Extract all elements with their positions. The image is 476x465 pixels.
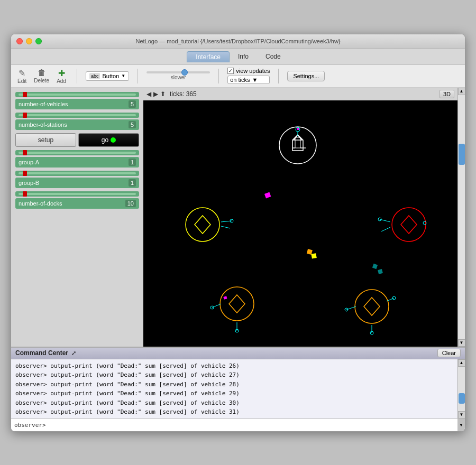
vehicles-slider[interactable] bbox=[15, 92, 139, 97]
add-icon: ✚ bbox=[58, 68, 65, 78]
maximize-button[interactable] bbox=[35, 38, 42, 44]
cc-scroll-thumb[interactable] bbox=[459, 393, 465, 404]
svg-marker-8 bbox=[195, 216, 210, 234]
stations-value: 5 bbox=[129, 121, 136, 128]
svg-point-7 bbox=[186, 208, 219, 241]
settings-button[interactable]: Settings... bbox=[287, 71, 325, 81]
groupB-label-bar: group-B 1 bbox=[15, 178, 139, 188]
cc-clear-button[interactable]: Clear bbox=[437, 349, 461, 357]
zoom-out-icon[interactable]: ▶ bbox=[153, 90, 158, 98]
scroll-up-button[interactable]: ▲ bbox=[458, 88, 465, 95]
speed-slider-track[interactable] bbox=[147, 71, 210, 73]
groupA-track[interactable] bbox=[19, 152, 136, 154]
groupB-slider[interactable] bbox=[15, 171, 139, 176]
simulation-svg bbox=[143, 100, 457, 347]
view-updates-label: view updates bbox=[236, 68, 270, 74]
cc-popout-icon[interactable]: ⤢ bbox=[71, 350, 76, 357]
docks-slider[interactable] bbox=[15, 191, 139, 197]
tab-interface[interactable]: Interface bbox=[187, 51, 230, 62]
stations-track[interactable] bbox=[19, 114, 136, 116]
cc-output: observer> output-print (word "Dead:" sum… bbox=[11, 359, 457, 418]
command-center: Command Center ⤢ Clear observer> output-… bbox=[11, 347, 465, 431]
close-button[interactable] bbox=[16, 38, 23, 44]
docks-label: number-of-docks bbox=[19, 200, 123, 207]
go-button[interactable]: go bbox=[78, 133, 139, 147]
docks-thumb[interactable] bbox=[23, 191, 27, 197]
on-ticks-arrow: ▼ bbox=[252, 77, 258, 83]
svg-line-10 bbox=[221, 226, 230, 228]
cc-input-scrollbar: ▼ bbox=[457, 418, 465, 431]
svg-marker-13 bbox=[401, 216, 417, 234]
3d-button[interactable]: 3D bbox=[440, 90, 454, 98]
left-panel: number-of-vehicles 5 number-of-stations … bbox=[11, 88, 143, 347]
scroll-track[interactable] bbox=[458, 95, 465, 339]
output-line-1: observer> output-print (word "Dead:" sum… bbox=[15, 370, 453, 380]
cc-input-row: observer> ▼ bbox=[11, 418, 465, 431]
minimize-button[interactable] bbox=[26, 38, 32, 44]
vehicles-slider-widget: number-of-vehicles 5 bbox=[15, 92, 139, 109]
cc-input-arrow: ▼ bbox=[459, 423, 463, 427]
add-button[interactable]: ✚ Add bbox=[54, 67, 68, 85]
svg-rect-24 bbox=[223, 296, 227, 299]
go-label: go bbox=[102, 136, 108, 144]
vehicles-label: number-of-vehicles bbox=[19, 101, 126, 107]
view-updates-checkbox[interactable]: ✓ bbox=[227, 68, 234, 74]
cc-scrollbar: ▲ ▼ bbox=[457, 359, 465, 418]
groupB-thumb[interactable] bbox=[23, 171, 27, 176]
svg-line-31 bbox=[387, 298, 394, 301]
scroll-thumb[interactable] bbox=[459, 144, 465, 165]
stations-label: number-of-stations bbox=[19, 122, 126, 128]
button-icon: abc bbox=[89, 73, 100, 79]
svg-rect-33 bbox=[264, 192, 271, 198]
groupB-track[interactable] bbox=[19, 172, 136, 174]
vehicles-track[interactable] bbox=[19, 94, 136, 96]
svg-rect-37 bbox=[378, 269, 383, 274]
element-type-dropdown[interactable]: abc Button ▼ bbox=[86, 71, 129, 81]
svg-point-12 bbox=[392, 208, 426, 241]
output-line-0: observer> output-print (word "Dead:" sum… bbox=[15, 361, 453, 371]
cc-title: Command Center bbox=[15, 349, 68, 357]
zoom-in-icon[interactable]: ◀ bbox=[147, 90, 151, 98]
window-title: NetLogo — mod_tutorial {/Users/test/Drop… bbox=[135, 38, 340, 44]
control-buttons: setup go bbox=[15, 133, 139, 147]
svg-rect-6 bbox=[297, 128, 299, 130]
speed-slider-thumb[interactable] bbox=[181, 69, 188, 76]
docks-value: 10 bbox=[125, 200, 136, 207]
on-ticks-select[interactable]: on ticks ▼ bbox=[227, 76, 270, 84]
stations-slider[interactable] bbox=[15, 113, 139, 118]
cc-input-prompt: observer> bbox=[11, 422, 49, 429]
cc-input-field[interactable] bbox=[49, 422, 457, 429]
setup-button[interactable]: setup bbox=[15, 133, 76, 147]
canvas-area: ◀ ▶ ⬆ ticks: 365 3D bbox=[143, 88, 457, 347]
dropdown-label: Button bbox=[102, 73, 119, 79]
svg-rect-34 bbox=[307, 249, 313, 255]
cc-header: Command Center ⤢ Clear bbox=[11, 348, 465, 359]
cc-scroll-up[interactable]: ▲ bbox=[458, 359, 465, 367]
view-options: ✓ view updates on ticks ▼ bbox=[227, 68, 270, 84]
docks-track[interactable] bbox=[19, 193, 136, 195]
dropdown-arrow: ▼ bbox=[121, 73, 125, 78]
svg-point-18 bbox=[220, 287, 254, 321]
delete-button[interactable]: 🗑 Delete bbox=[32, 67, 51, 85]
tab-code[interactable]: Code bbox=[257, 51, 289, 62]
svg-rect-36 bbox=[372, 263, 378, 268]
scroll-down-button[interactable]: ▼ bbox=[458, 339, 465, 347]
edit-button[interactable]: ✎ Edit bbox=[15, 67, 29, 85]
groupA-slider[interactable] bbox=[15, 150, 139, 155]
groupA-slider-widget: group-A 1 bbox=[15, 150, 139, 168]
cc-scroll-down[interactable]: ▼ bbox=[458, 411, 465, 418]
reset-view-icon[interactable]: ⬆ bbox=[160, 90, 166, 98]
stations-thumb[interactable] bbox=[23, 113, 27, 118]
canvas-toolbar: ◀ ▶ ⬆ ticks: 365 3D bbox=[143, 88, 457, 100]
cc-scroll-track[interactable] bbox=[458, 367, 465, 411]
groupA-thumb[interactable] bbox=[23, 150, 27, 155]
separator-1 bbox=[77, 69, 77, 83]
output-line-3: observer> output-print (word "Dead:" sum… bbox=[15, 389, 453, 398]
app-window: NetLogo — mod_tutorial {/Users/test/Drop… bbox=[11, 34, 465, 432]
svg-line-16 bbox=[381, 227, 390, 231]
vehicles-thumb[interactable] bbox=[23, 92, 27, 97]
tab-info[interactable]: Info bbox=[230, 51, 257, 62]
output-line-4: observer> output-print (word "Dead:" sum… bbox=[15, 398, 453, 408]
groupB-label: group-B bbox=[19, 180, 126, 186]
delete-icon: 🗑 bbox=[38, 68, 46, 78]
